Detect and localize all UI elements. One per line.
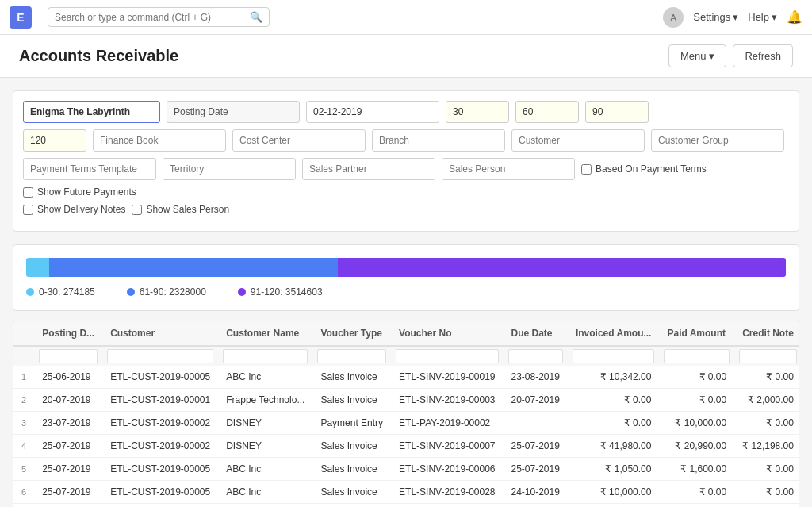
table-row[interactable]: 3 23-07-2019 ETL-CUST-2019-00002 DISNEY … bbox=[13, 412, 799, 435]
col-invoiced-amount[interactable]: Invoiced Amou... bbox=[568, 321, 660, 346]
col-paid-amount[interactable]: Paid Amount bbox=[659, 321, 734, 346]
col-credit-note[interactable]: Credit Note bbox=[734, 321, 799, 346]
cost-center-input[interactable] bbox=[232, 129, 366, 152]
app-logo[interactable]: E bbox=[10, 6, 32, 29]
filter-credit-note[interactable] bbox=[739, 349, 797, 363]
page-header: Accounts Receivable Menu ▾ Refresh bbox=[0, 35, 812, 78]
show-future-payments-checkbox[interactable] bbox=[23, 187, 33, 198]
filter-posting-date[interactable] bbox=[39, 349, 98, 363]
show-sales-person-checkbox-group[interactable]: Show Sales Person bbox=[132, 204, 229, 215]
finance-book-input[interactable] bbox=[93, 129, 226, 152]
legend-dot-purple bbox=[238, 288, 246, 296]
col-customer[interactable]: Customer bbox=[102, 321, 218, 346]
table-row[interactable]: 1 25-06-2019 ETL-CUST-2019-00005 ABC Inc… bbox=[13, 366, 799, 389]
topnav: E 🔍 A Settings ▾ Help ▾ 🔔 bbox=[0, 0, 812, 35]
notifications-icon[interactable]: 🔔 bbox=[787, 10, 802, 25]
filter-voucher-type[interactable] bbox=[317, 349, 386, 363]
based-on-payment-terms-checkbox[interactable] bbox=[581, 164, 592, 175]
customer-group-input[interactable] bbox=[651, 129, 784, 152]
filter-row-4: Show Delivery Notes Show Sales Person bbox=[23, 204, 789, 215]
chart-legend: 0-30: 274185 61-90: 2328000 91-120: 3514… bbox=[26, 286, 786, 298]
based-on-payment-terms-label: Based On Payment Terms bbox=[596, 163, 707, 175]
avatar: A bbox=[663, 7, 684, 28]
filter-invoiced-amount[interactable] bbox=[573, 349, 655, 363]
filter-row-3: Based On Payment Terms Show Future Payme… bbox=[23, 158, 789, 198]
col-num bbox=[13, 321, 34, 346]
show-sales-person-checkbox[interactable] bbox=[132, 205, 142, 215]
legend-label-91-120: 91-120: 3514603 bbox=[251, 286, 323, 298]
page-actions: Menu ▾ Refresh bbox=[668, 44, 793, 67]
accounts-receivable-table: Posting D... Customer Customer Name Vouc… bbox=[13, 321, 799, 507]
ageing-60-input[interactable] bbox=[515, 101, 579, 123]
legend-dot-cyan bbox=[26, 288, 34, 296]
page-title: Accounts Receivable bbox=[19, 47, 178, 65]
table-row[interactable]: 7 25-07-2019 ETL-CUST-2019-00005 ABC Inc… bbox=[13, 504, 799, 508]
legend-label-0-30: 0-30: 274185 bbox=[39, 286, 95, 298]
show-future-payments-label: Show Future Payments bbox=[37, 186, 136, 198]
company-input[interactable] bbox=[23, 101, 160, 123]
table-row[interactable]: 2 20-07-2019 ETL-CUST-2019-00001 Frappe … bbox=[13, 389, 799, 412]
menu-button[interactable]: Menu ▾ bbox=[668, 44, 727, 67]
table-header-row: Posting D... Customer Customer Name Vouc… bbox=[13, 321, 799, 346]
col-posting-date[interactable]: Posting D... bbox=[34, 321, 102, 346]
help-button[interactable]: Help ▾ bbox=[748, 11, 777, 23]
table-filter-row bbox=[13, 346, 799, 366]
topnav-right: A Settings ▾ Help ▾ 🔔 bbox=[663, 7, 802, 28]
chart-bar-0-30 bbox=[26, 258, 49, 277]
search-input[interactable] bbox=[55, 12, 245, 23]
show-delivery-notes-checkbox-group[interactable]: Show Delivery Notes bbox=[23, 204, 125, 215]
sales-partner-input[interactable] bbox=[302, 158, 435, 180]
posting-date-label-input bbox=[167, 101, 300, 123]
chart-section: 0-30: 274185 61-90: 2328000 91-120: 3514… bbox=[13, 244, 799, 311]
based-on-payment-terms-checkbox-group[interactable]: Based On Payment Terms bbox=[581, 163, 707, 175]
show-future-payments-checkbox-group[interactable]: Show Future Payments bbox=[23, 186, 136, 198]
table-row[interactable]: 5 25-07-2019 ETL-CUST-2019-00005 ABC Inc… bbox=[13, 458, 799, 481]
customer-input[interactable] bbox=[511, 129, 645, 152]
table-section: Posting D... Customer Customer Name Vouc… bbox=[13, 321, 799, 507]
col-voucher-no[interactable]: Voucher No bbox=[391, 321, 503, 346]
table-row[interactable]: 6 25-07-2019 ETL-CUST-2019-00005 ABC Inc… bbox=[13, 481, 799, 504]
filter-voucher-no[interactable] bbox=[396, 349, 498, 363]
posting-date-input[interactable] bbox=[306, 101, 439, 123]
table-body: 1 25-06-2019 ETL-CUST-2019-00005 ABC Inc… bbox=[13, 366, 799, 507]
legend-dot-blue bbox=[127, 288, 135, 296]
filter-due-date[interactable] bbox=[508, 349, 563, 363]
search-icon: 🔍 bbox=[250, 11, 262, 23]
ageing-120-input[interactable] bbox=[23, 129, 86, 152]
filter-paid-amount[interactable] bbox=[664, 349, 730, 363]
col-customer-name[interactable]: Customer Name bbox=[218, 321, 312, 346]
settings-button[interactable]: Settings ▾ bbox=[693, 11, 738, 23]
sales-person-input[interactable] bbox=[442, 158, 575, 180]
chart-bar bbox=[26, 258, 786, 277]
chart-bar-91-120 bbox=[338, 258, 786, 277]
chevron-down-icon: ▾ bbox=[733, 11, 738, 23]
legend-item-0-30: 0-30: 274185 bbox=[26, 286, 95, 298]
filter-row-2 bbox=[23, 129, 789, 152]
filter-customer-name[interactable] bbox=[223, 349, 308, 363]
refresh-button[interactable]: Refresh bbox=[733, 44, 793, 67]
chevron-down-icon: ▾ bbox=[709, 50, 714, 62]
col-due-date[interactable]: Due Date bbox=[504, 321, 568, 346]
col-voucher-type[interactable]: Voucher Type bbox=[312, 321, 391, 346]
payment-terms-template-input[interactable] bbox=[23, 158, 156, 180]
show-delivery-notes-label: Show Delivery Notes bbox=[37, 204, 125, 215]
ageing-30-input[interactable] bbox=[446, 101, 509, 123]
filter-customer[interactable] bbox=[107, 349, 213, 363]
branch-input[interactable] bbox=[372, 129, 505, 152]
filter-row-1 bbox=[23, 101, 789, 123]
legend-item-91-120: 91-120: 3514603 bbox=[238, 286, 323, 298]
chevron-down-icon: ▾ bbox=[772, 11, 777, 23]
show-sales-person-label: Show Sales Person bbox=[146, 204, 229, 215]
territory-input[interactable] bbox=[163, 158, 296, 180]
legend-item-61-90: 61-90: 2328000 bbox=[127, 286, 206, 298]
search-box[interactable]: 🔍 bbox=[48, 7, 270, 27]
chart-bar-61-90 bbox=[49, 258, 338, 277]
legend-label-61-90: 61-90: 2328000 bbox=[140, 286, 206, 298]
show-delivery-notes-checkbox[interactable] bbox=[23, 205, 33, 215]
table-row[interactable]: 4 25-07-2019 ETL-CUST-2019-00002 DISNEY … bbox=[13, 435, 799, 458]
filter-section: Based On Payment Terms Show Future Payme… bbox=[13, 90, 799, 232]
page: Accounts Receivable Menu ▾ Refresh bbox=[0, 35, 812, 507]
ageing-90-input[interactable] bbox=[585, 101, 649, 123]
